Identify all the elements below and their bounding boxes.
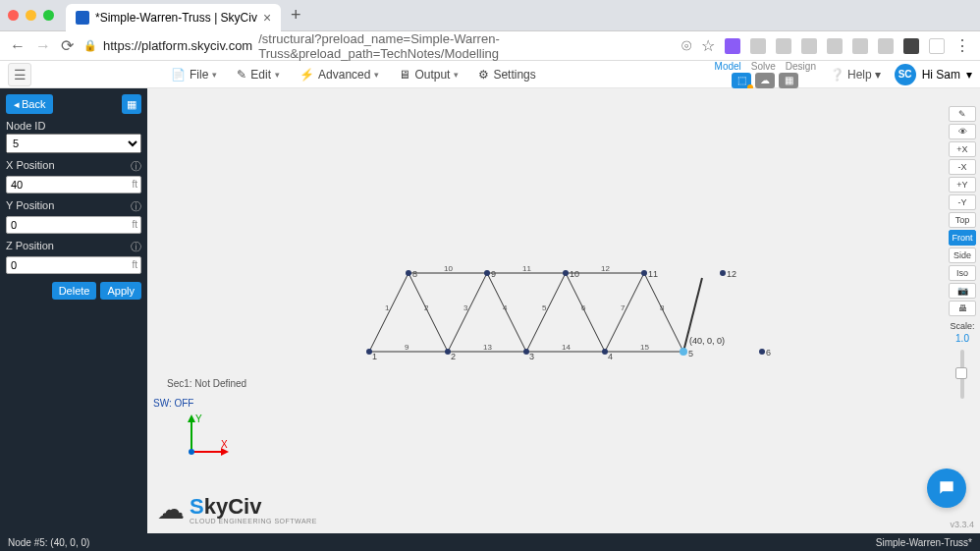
svg-text:4: 4 [608,352,613,361]
svg-text:8: 8 [412,269,417,279]
apply-button[interactable]: Apply [100,282,141,300]
menu-toggle-button[interactable]: ☰ [8,63,31,86]
view-minus-x-button[interactable]: -X [949,159,976,175]
design-mode-icon[interactable]: ▦ [779,73,798,88]
chat-support-button[interactable] [927,468,966,508]
view-toolbar: ✎ 👁 +X -X +Y -Y Top Front Side Iso 📷 🖶 S… [949,106,976,403]
svg-text:5: 5 [688,349,693,358]
selected-node-coords: (40, 0, 0) [689,336,725,346]
lock-icon: 🔒 [83,39,97,52]
extension-icon[interactable] [801,38,817,54]
chat-icon [937,478,956,498]
file-menu[interactable]: 📄File▾ [171,68,217,82]
unit-label: ft [132,259,137,270]
extension-icon[interactable] [750,38,766,54]
minimize-window-button[interactable] [26,10,36,21]
extension-icon[interactable] [725,38,740,54]
model-canvas[interactable]: 1 2 3 4 5 6 8 9 10 11 12 1 2 3 4 5 6 7 [147,88,980,533]
solve-mode-icon[interactable]: ☁ [755,73,775,88]
camera-button[interactable]: 📷 [949,283,976,299]
z-position-input[interactable] [6,256,141,274]
extension-icon[interactable] [929,38,945,54]
svg-point-26 [720,270,726,276]
svg-line-7 [644,273,683,352]
svg-line-6 [605,273,644,352]
url-path: /structural?preload_name=Simple-Warren-T… [258,31,672,61]
info-icon[interactable]: ⓘ [131,240,141,254]
view-minus-y-button[interactable]: -Y [949,194,976,210]
node-id-select[interactable]: 5 [6,134,141,153]
browser-tab[interactable]: *Simple-Warren-Truss | SkyCiv × [66,4,281,31]
bookmark-star-icon[interactable]: ☆ [701,36,715,55]
section-info-label: Sec1: Not Defined [167,378,246,389]
back-nav-button[interactable]: ← [10,37,26,55]
extension-icon[interactable] [776,38,791,54]
slider-knob[interactable] [955,367,967,379]
monitor-icon: 🖥 [399,68,410,82]
file-icon: 📄 [171,68,186,82]
extension-icon[interactable] [903,38,919,54]
pencil-tool-button[interactable]: ✎ [949,106,976,122]
model-mode-icon[interactable]: ⬚ [732,73,751,88]
solve-mode-tab[interactable]: Solve [751,61,776,72]
settings-menu[interactable]: ⚙Settings [478,68,535,82]
truss-diagram: 1 2 3 4 5 6 8 9 10 11 12 1 2 3 4 5 6 7 [147,88,980,533]
svg-point-24 [563,270,569,276]
new-tab-button[interactable]: + [291,5,301,26]
browser-menu-button[interactable]: ⋮ [954,36,970,55]
delete-button[interactable]: Delete [52,282,97,300]
maximize-window-button[interactable] [43,10,54,21]
svg-text:X: X [221,439,228,450]
scale-value: 1.0 [949,333,976,344]
design-mode-tab[interactable]: Design [786,61,816,72]
svg-line-4 [526,273,566,352]
help-menu[interactable]: ❔Help▾ [830,68,881,82]
svg-line-5 [566,273,605,352]
search-icon[interactable]: ⦾ [681,38,691,54]
tab-close-button[interactable]: × [263,10,271,26]
extension-icon[interactable] [827,38,843,54]
svg-text:6: 6 [766,348,771,358]
reload-button[interactable]: ⟳ [61,36,74,55]
user-menu[interactable]: SC Hi Sam ▾ [895,64,972,85]
z-position-label: Z Positionⓘ [6,240,141,254]
close-window-button[interactable] [8,10,19,21]
app-toolbar: ☰ 📄File▾ ✎Edit▾ ⚡Advanced▾ 🖥Output▾ ⚙Set… [0,61,980,88]
svg-text:13: 13 [483,343,492,352]
svg-text:7: 7 [621,303,626,312]
extension-icon[interactable] [852,38,868,54]
view-side-button[interactable]: Side [949,248,976,263]
y-position-input[interactable] [6,216,141,234]
bolt-icon: ⚡ [299,68,314,82]
svg-text:4: 4 [503,303,508,312]
extension-icon[interactable] [878,38,894,54]
view-top-button[interactable]: Top [949,212,976,228]
scale-slider[interactable] [960,350,964,399]
main-content: ◂ Back ▦ Node ID 5 X Positionⓘ ft Y Posi… [0,88,980,533]
svg-text:8: 8 [660,303,665,312]
cloud-icon: ☁ [157,493,185,525]
svg-text:3: 3 [529,352,534,361]
info-icon[interactable]: ⓘ [131,159,141,174]
back-button[interactable]: ◂ Back [6,94,53,114]
forward-nav-button[interactable]: → [35,37,51,55]
view-front-button[interactable]: Front [949,230,976,246]
window-controls [8,10,54,21]
visibility-button[interactable]: 👁 [949,124,976,139]
view-iso-button[interactable]: Iso [949,265,976,281]
view-plus-x-button[interactable]: +X [949,141,976,157]
brand-logo: ☁ SSkyCivkyCiv CLOUD ENGINEERING SOFTWAR… [157,493,317,525]
info-icon[interactable]: ⓘ [131,199,141,214]
address-bar[interactable]: 🔒 https://platform.skyciv.com/structural… [83,31,672,61]
edit-menu[interactable]: ✎Edit▾ [237,68,280,82]
svg-point-23 [484,270,490,276]
advanced-menu[interactable]: ⚡Advanced▾ [299,68,379,82]
datasheet-button[interactable]: ▦ [122,94,141,114]
x-position-input[interactable] [6,176,141,193]
model-mode-tab[interactable]: Model [715,61,741,72]
print-button[interactable]: 🖶 [949,301,976,316]
output-menu[interactable]: 🖥Output▾ [399,68,459,82]
view-plus-y-button[interactable]: +Y [949,177,976,193]
browser-url-bar: ← → ⟳ 🔒 https://platform.skyciv.com/stru… [0,31,980,61]
svg-text:1: 1 [372,352,377,361]
